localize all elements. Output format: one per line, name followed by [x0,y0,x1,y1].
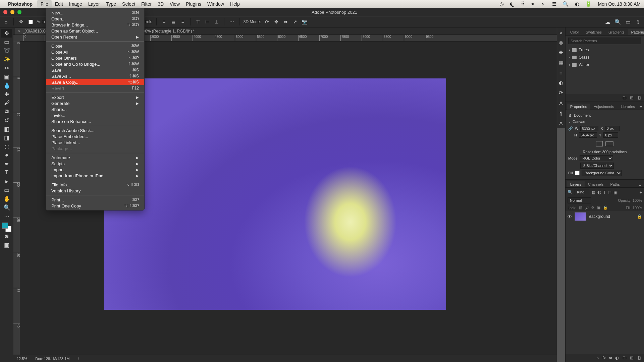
siri-icon[interactable]: ◐ [575,1,579,7]
doc-size[interactable]: Doc: 128.1M/128.1M [35,357,69,361]
pen-tool[interactable]: ✒ [1,160,12,168]
menu-3d[interactable]: 3D [158,1,164,7]
eyedropper-tool[interactable]: 💧 [1,81,12,90]
gradient-tool[interactable]: ◨ [1,133,12,142]
tab-properties[interactable]: Properties [567,104,590,110]
menu-view[interactable]: View [170,1,180,7]
tab-paths[interactable]: Paths [607,181,623,187]
history-brush-tool[interactable]: ↺ [1,116,12,125]
menu-item-close[interactable]: Close⌘W [46,43,144,49]
pattern-group-grass[interactable]: ›Grass [568,54,641,61]
workspace-icon[interactable]: ▭ [625,18,631,25]
menu-item-automate[interactable]: Automate▶ [46,155,144,161]
orientation-portrait[interactable] [596,141,603,146]
quick-mask-tool[interactable]: ◙ [1,232,12,241]
cc-icon[interactable]: ◎ [499,1,504,7]
lock-transparent-icon[interactable]: ▨ [579,205,582,210]
3d-pan-icon[interactable]: ✥ [273,18,280,25]
paragraph-panel-icon[interactable]: ¶ [557,108,565,118]
marquee-tool[interactable]: ▭ [1,38,12,46]
filter-pixel-icon[interactable]: ▦ [591,190,595,195]
height-input[interactable] [579,132,597,138]
tab-layers[interactable]: Layers [567,181,585,187]
pattern-group-water[interactable]: ›Water [568,61,641,68]
zoom-tool[interactable]: 🔍 [1,203,12,212]
brush-tool[interactable]: 🖌 [1,99,12,107]
auto-select-checkbox[interactable] [29,20,33,24]
x-input[interactable] [605,126,620,131]
window-minimize-button[interactable] [10,10,14,14]
y-input[interactable] [603,132,618,138]
menu-item-print[interactable]: Print...⌘P [46,197,144,203]
filter-adjust-icon[interactable]: ◐ [597,190,601,195]
edit-toolbar[interactable]: ⋯ [1,212,12,221]
rectangle-tool[interactable]: ▭ [1,186,12,194]
layer-name[interactable]: Background [589,214,610,219]
move-tool[interactable]: ✥ [1,29,12,38]
new-group-icon[interactable]: 🗀 [622,95,627,100]
crop-tool[interactable]: ✂ [1,64,12,72]
zoom-level[interactable]: 12.5% [17,357,27,361]
power-icon[interactable]: ⏾ [510,1,515,7]
pattern-group-trees[interactable]: ›Trees [568,46,641,54]
menu-file[interactable]: File [37,0,52,8]
menu-layer[interactable]: Layer [88,1,100,7]
menu-help[interactable]: Help [230,1,240,7]
menu-item-version-history[interactable]: Version History [46,188,144,194]
hand-tool[interactable]: ✋ [1,194,12,203]
panel-icon-3[interactable]: ▦ [557,58,565,68]
menu-item-share-on-behance[interactable]: Share on Behance... [46,118,144,124]
menu-item-invite[interactable]: Invite... [46,112,144,118]
menu-item-place-embedded[interactable]: Place Embedded... [46,133,144,139]
menu-item-open-as-smart-object[interactable]: Open as Smart Object... [46,28,144,34]
panel-icon-2[interactable]: ✺ [557,48,565,58]
vertical-ruler[interactable]: 05101520253035404550 [13,42,20,355]
menu-item-share[interactable]: Share... [46,106,144,112]
lock-position-icon[interactable]: ✥ [591,205,594,210]
menu-window[interactable]: Window [207,1,224,7]
menu-item-save-a-copy[interactable]: Save a Copy...⌥⌘S [46,79,144,85]
3d-camera-icon[interactable]: 📷 [301,18,308,25]
eraser-tool[interactable]: ◧ [1,125,12,133]
3d-slide-icon[interactable]: ⇔ [282,18,289,25]
lock-all-icon[interactable]: 🔒 [603,205,608,210]
visibility-icon[interactable]: 👁 [568,214,572,219]
home-icon[interactable]: ⌂ [3,18,9,25]
cloud-docs-icon[interactable]: ☁ [604,18,611,25]
path-select-tool[interactable]: ▸ [1,177,12,186]
fill-swatch[interactable] [575,171,580,175]
align-center-h-icon[interactable]: ≣ [170,18,177,25]
type-tool[interactable]: T [1,168,12,177]
search-patterns-input[interactable] [568,38,641,44]
close-tab-icon[interactable]: × [18,29,20,33]
panel-menu-icon[interactable]: ≡ [638,105,644,110]
orientation-landscape[interactable] [605,141,613,146]
opacity-value[interactable]: 100% [633,198,642,202]
delete-layer-icon[interactable]: 🗑 [637,355,641,360]
layer-background[interactable]: 👁 Background 🔒 [566,211,644,222]
align-left-icon[interactable]: ≡ [161,18,167,25]
window-zoom-button[interactable] [17,10,21,14]
character-panel-icon[interactable]: A [557,98,565,108]
menu-image[interactable]: Image [69,1,82,7]
tab-gradients[interactable]: Gradients [605,29,628,35]
distribute-icon[interactable]: ⋯ [228,18,235,25]
frame-tool[interactable]: ▣ [1,72,12,81]
color-mode-select[interactable]: RGB Color [580,155,613,161]
menu-plugins[interactable]: Plugins [186,1,201,7]
menu-filter[interactable]: Filter [141,1,152,7]
new-pattern-icon[interactable]: ⊞ [630,95,634,100]
spotlight-icon[interactable]: 🔍 [562,1,569,7]
delete-pattern-icon[interactable]: 🗑 [637,95,641,100]
link-wh-icon[interactable]: 🔗 [568,126,573,131]
window-close-button[interactable] [3,10,7,14]
menu-item-open-recent[interactable]: Open Recent▶ [46,34,144,40]
layer-thumbnail[interactable] [575,212,586,221]
wifi-icon[interactable]: ᯤ [541,1,546,7]
align-center-v-icon[interactable]: ⊢ [204,18,211,25]
adjustment-layer-icon[interactable]: ◐ [615,355,619,360]
blend-mode-select[interactable]: Normal [568,197,591,203]
menu-item-close-and-go-to-bridge[interactable]: Close and Go to Bridge...⇧⌘W [46,61,144,67]
bluetooth-icon[interactable]: ⚭ [531,1,535,7]
collapse-arrow-icon[interactable]: » [557,27,565,38]
